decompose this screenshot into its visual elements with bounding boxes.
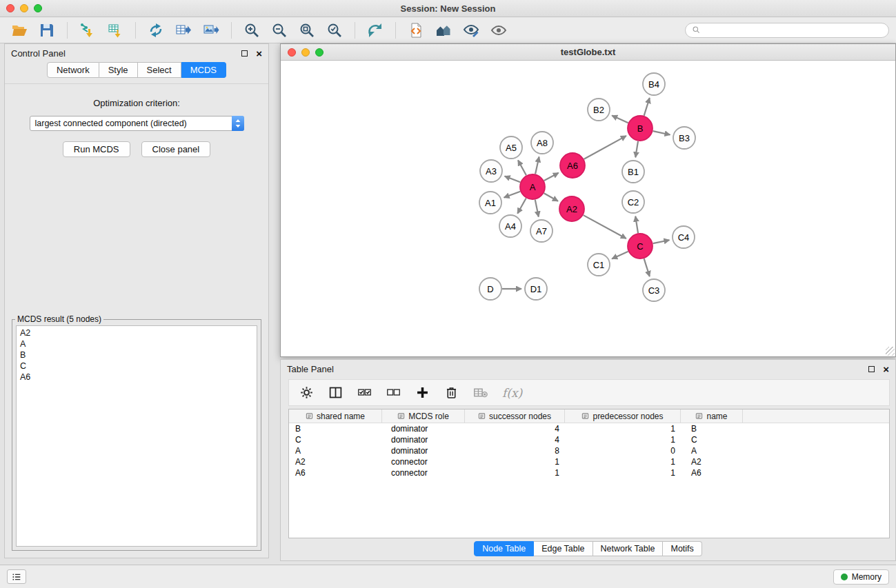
maximize-window-button[interactable] bbox=[34, 4, 42, 12]
graph-node-A2[interactable]: A2 bbox=[559, 196, 584, 221]
graph-node-B1[interactable]: B1 bbox=[622, 161, 644, 183]
graph-edge-A2-C[interactable] bbox=[584, 215, 626, 239]
mcds-result-item[interactable]: A2 bbox=[20, 327, 253, 338]
open-file-button[interactable] bbox=[7, 20, 32, 41]
export-table-button[interactable] bbox=[171, 20, 196, 41]
mcds-result-item[interactable]: A6 bbox=[20, 372, 253, 383]
optimization-criterion-select[interactable]: largest connected component (directed) bbox=[30, 116, 244, 131]
graph-node-A4[interactable]: A4 bbox=[499, 215, 521, 237]
graph-node-A[interactable]: A bbox=[520, 174, 545, 199]
table-row[interactable]: A dominator 8 0 A bbox=[289, 445, 889, 456]
control-panel-tab[interactable]: Network bbox=[47, 62, 99, 78]
graph-node-D1[interactable]: D1 bbox=[525, 278, 547, 300]
graph-node-C2[interactable]: C2 bbox=[622, 191, 644, 213]
graph-edge-B-B2[interactable] bbox=[612, 116, 628, 123]
control-panel-tab[interactable]: Style bbox=[99, 62, 138, 78]
float-table-panel-button[interactable] bbox=[868, 366, 875, 372]
column-header[interactable]: predecessor nodes bbox=[565, 409, 681, 423]
graph-edge-A-A8[interactable] bbox=[535, 157, 539, 174]
show-all-button[interactable] bbox=[486, 20, 511, 41]
table-settings-button[interactable] bbox=[299, 385, 314, 400]
graph-edge-B-B4[interactable] bbox=[644, 98, 650, 116]
close-panel-button-inline[interactable]: Close panel bbox=[141, 141, 211, 157]
mcds-result-item[interactable]: B bbox=[20, 349, 253, 361]
network-canvas[interactable]: B4B2BB3A5A8A6B1A3AC2A1A2A4A7C4CC1C3DD1 bbox=[281, 61, 895, 356]
run-mcds-button[interactable]: Run MCDS bbox=[63, 141, 130, 157]
column-header[interactable]: name bbox=[681, 409, 743, 423]
column-header[interactable]: shared name bbox=[289, 409, 382, 423]
graph-edge-C-C4[interactable] bbox=[653, 240, 670, 243]
graph-edge-A-A5[interactable] bbox=[518, 160, 526, 175]
column-header[interactable]: successor nodes bbox=[465, 409, 565, 423]
graph-node-C[interactable]: C bbox=[628, 234, 653, 258]
zoom-in-button[interactable] bbox=[239, 20, 264, 41]
table-panel-tab[interactable]: Edge Table bbox=[534, 541, 593, 556]
delete-table-button[interactable] bbox=[473, 385, 488, 400]
hide-selected-button[interactable] bbox=[459, 20, 484, 41]
graph-edge-A-A6[interactable] bbox=[544, 173, 559, 181]
graph-node-C3[interactable]: C3 bbox=[643, 279, 665, 301]
graph-node-B2[interactable]: B2 bbox=[588, 99, 610, 121]
import-network-button[interactable] bbox=[75, 20, 100, 41]
float-panel-button[interactable] bbox=[241, 50, 248, 57]
close-window-button[interactable] bbox=[6, 4, 14, 12]
search-box[interactable] bbox=[685, 23, 889, 38]
graph-edge-A-A2[interactable] bbox=[544, 193, 558, 201]
delete-columns-button[interactable] bbox=[444, 385, 459, 400]
graph-edge-A-A3[interactable] bbox=[505, 176, 521, 183]
zoom-fit-button[interactable] bbox=[295, 20, 319, 41]
maximize-network-window-button[interactable] bbox=[315, 48, 323, 57]
resize-grip[interactable] bbox=[886, 347, 895, 356]
export-network-button[interactable] bbox=[143, 20, 168, 41]
apply-layout-button[interactable] bbox=[363, 20, 388, 41]
graph-edge-C-C1[interactable] bbox=[612, 252, 628, 259]
show-columns-button[interactable] bbox=[328, 385, 343, 400]
graph-node-C4[interactable]: C4 bbox=[673, 226, 695, 248]
table-row[interactable]: A6 connector 1 1 A6 bbox=[289, 467, 889, 478]
graph-node-B3[interactable]: B3 bbox=[673, 127, 695, 149]
graph-node-C1[interactable]: C1 bbox=[588, 254, 610, 276]
graph-edge-A-A7[interactable] bbox=[535, 200, 539, 217]
mcds-result-item[interactable]: C bbox=[20, 361, 253, 372]
graph-node-A5[interactable]: A5 bbox=[500, 136, 522, 159]
table-panel-tab[interactable]: Network Table bbox=[593, 541, 664, 556]
table-panel-tab[interactable]: Motifs bbox=[663, 541, 701, 556]
table-row[interactable]: C dominator 4 1 C bbox=[289, 434, 889, 445]
graph-edge-C-C3[interactable] bbox=[644, 258, 650, 276]
graph-node-A8[interactable]: A8 bbox=[531, 132, 553, 154]
close-panel-button[interactable]: × bbox=[256, 48, 262, 59]
graph-node-D[interactable]: D bbox=[479, 278, 501, 300]
table-row[interactable]: A2 connector 1 1 A2 bbox=[289, 456, 889, 467]
search-input[interactable] bbox=[704, 26, 882, 35]
graph-edge-A-A1[interactable] bbox=[504, 192, 521, 198]
control-panel-tab[interactable]: Select bbox=[138, 62, 181, 78]
minimize-network-window-button[interactable] bbox=[301, 48, 310, 57]
graph-edge-C-C2[interactable] bbox=[635, 216, 638, 233]
close-table-panel-button[interactable]: × bbox=[883, 364, 889, 374]
import-table-button[interactable] bbox=[103, 20, 128, 41]
task-history-button[interactable] bbox=[7, 569, 26, 584]
mcds-result-list[interactable]: A2ABCA6 bbox=[16, 325, 257, 547]
graph-node-B[interactable]: B bbox=[628, 116, 653, 141]
graph-node-A3[interactable]: A3 bbox=[480, 160, 502, 182]
graph-edge-B-B1[interactable] bbox=[635, 141, 638, 157]
graph-node-A1[interactable]: A1 bbox=[479, 192, 501, 214]
graph-edge-A6-B[interactable] bbox=[584, 136, 626, 159]
graph-edge-B-B3[interactable] bbox=[653, 131, 670, 134]
new-network-from-selection-button[interactable] bbox=[404, 20, 428, 41]
close-network-window-button[interactable] bbox=[288, 48, 296, 57]
create-column-button[interactable] bbox=[415, 385, 430, 400]
column-header[interactable]: MCDS role bbox=[382, 409, 465, 423]
memory-button[interactable]: Memory bbox=[833, 569, 889, 585]
table-panel-tab[interactable]: Node Table bbox=[474, 541, 534, 556]
table-row[interactable]: B dominator 4 1 B bbox=[289, 423, 889, 434]
graph-node-A6[interactable]: A6 bbox=[560, 153, 585, 178]
zoom-out-button[interactable] bbox=[267, 20, 292, 41]
graph-node-A7[interactable]: A7 bbox=[530, 220, 552, 242]
control-panel-tab[interactable]: MCDS bbox=[181, 62, 226, 78]
zoom-selected-button[interactable] bbox=[322, 20, 347, 41]
graph-edge-A-A4[interactable] bbox=[517, 199, 526, 214]
unselect-all-columns-button[interactable] bbox=[386, 385, 401, 400]
mcds-result-item[interactable]: A bbox=[20, 338, 253, 349]
minimize-window-button[interactable] bbox=[20, 4, 28, 12]
